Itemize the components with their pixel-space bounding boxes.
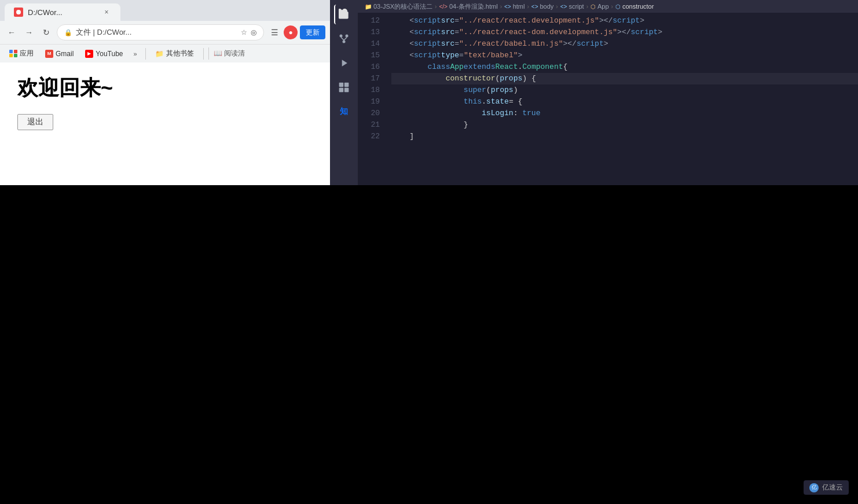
method-icon: ⬡ — [615, 3, 621, 10]
bookmark-gmail[interactable]: M Gmail — [41, 47, 78, 61]
bookmark-apps[interactable]: 应用 — [5, 47, 38, 61]
vscode-editor: 📁 03-JSX的核心语法二 › </> 04-条件渲染.html › <> h… — [358, 0, 858, 185]
youtube-favicon: ▶ — [85, 50, 93, 58]
activity-bar: 知 — [330, 0, 358, 185]
other-bookmarks-label: 其他书签 — [166, 49, 194, 58]
watermark: 亿 亿速云 — [804, 480, 849, 495]
breadcrumb-app: ⬡ App — [591, 3, 609, 10]
forward-button[interactable]: → — [22, 25, 36, 39]
svg-line-5 — [344, 38, 347, 41]
svg-point-2 — [346, 35, 349, 38]
more-bookmarks-btn[interactable]: » — [130, 49, 141, 58]
svg-point-0 — [16, 10, 21, 14]
lock-icon: 🔒 — [64, 29, 72, 36]
tab-bar: D:/CWor... × — [0, 0, 330, 21]
gmail-favicon: M — [45, 50, 53, 58]
breadcrumb-constructor: ⬡ constructor — [615, 3, 654, 10]
code-line-22: ] — [391, 131, 858, 142]
bookmarks-bar: 应用 M Gmail ▶ YouTube » 📁 其他书签 📖 阅读清 — [0, 44, 330, 62]
watermark-logo: 亿 — [809, 483, 819, 492]
gmail-label: Gmail — [56, 50, 74, 58]
bc-sep5: › — [586, 3, 588, 10]
address-bar: ← → ↻ 🔒 文件 | D:/CWor... ☆ ◎ ☰ ● 更新 — [0, 21, 330, 44]
watermark-logo-text: 亿 — [812, 484, 817, 491]
source-control-icon[interactable] — [334, 29, 354, 49]
code-line-20: isLogin: true — [391, 108, 858, 119]
breadcrumb-html: <> html — [504, 3, 525, 10]
code-line-21: } — [391, 119, 858, 131]
bc-sep4: › — [556, 3, 558, 10]
bc-sep6: › — [611, 3, 613, 10]
code-line-18: super(props) — [391, 84, 858, 96]
tab-close-btn[interactable]: × — [102, 8, 111, 17]
svg-rect-9 — [344, 88, 349, 93]
folder-icon: 📁 — [155, 50, 164, 58]
breadcrumb-body: <> body — [531, 3, 554, 10]
breadcrumb-script: <> script — [560, 3, 584, 10]
profile-avatar[interactable]: ● — [284, 25, 298, 39]
address-input[interactable]: 🔒 文件 | D:/CWor... ☆ ◎ — [57, 24, 264, 41]
breadcrumb-folder: 📁 03-JSX的核心语法二 — [365, 2, 432, 11]
bookmark-other[interactable]: 📁 其他书签 — [151, 47, 199, 61]
browser-chrome: D:/CWor... × ← → ↻ 🔒 文件 | D:/CWor... ☆ ◎… — [0, 0, 330, 63]
svg-line-4 — [341, 38, 344, 41]
code-lines: <script src="../react/react.development.… — [387, 13, 858, 185]
reading-label: 阅读清 — [224, 49, 245, 57]
apps-label: 应用 — [20, 49, 34, 58]
logout-button[interactable]: 退出 — [17, 114, 53, 130]
tag-icon1: <> — [504, 3, 511, 10]
reload-button[interactable]: ↻ — [39, 25, 53, 39]
browser-content: 欢迎回来~ 退出 — [0, 62, 330, 185]
bc-sep3: › — [527, 3, 529, 10]
youtube-label: YouTube — [96, 50, 123, 58]
svg-point-3 — [343, 41, 346, 43]
bottom-area — [0, 185, 858, 504]
zhihu-icon[interactable]: 知 — [334, 102, 354, 122]
watermark-text: 亿速云 — [822, 483, 843, 492]
code-line-16: class App extends React.Component { — [391, 61, 858, 73]
explorer-icon[interactable] — [334, 5, 354, 24]
reading-icon: 📖 — [214, 49, 222, 57]
welcome-heading: 欢迎回来~ — [17, 74, 313, 102]
tag-icon3: <> — [560, 3, 567, 10]
page-content-area: 欢迎回来~ 退出 — [0, 62, 330, 142]
tab-favicon — [14, 8, 23, 17]
tag-icon2: <> — [531, 3, 538, 10]
class-icon: ⬡ — [591, 3, 596, 10]
code-editor-area[interactable]: 12 13 14 15 16 17 18 19 20 21 22 <script… — [358, 13, 858, 185]
read-aloud-icon[interactable]: ◎ — [251, 28, 256, 36]
line-numbers: 12 13 14 15 16 17 18 19 20 21 22 — [358, 13, 387, 185]
code-line-17: constructor(props) { — [391, 73, 858, 84]
extensions-icon[interactable] — [334, 78, 354, 97]
address-text: 文件 | D:/CWor... — [76, 27, 237, 38]
svg-rect-8 — [339, 88, 344, 93]
breadcrumb-file: </> 04-条件渲染.html — [439, 2, 497, 11]
tab-title: D:/CWor... — [28, 8, 63, 17]
code-line-14: <script src="../react/babel.min.js"></sc… — [391, 38, 858, 50]
extensions-icon[interactable]: ☰ — [267, 25, 281, 39]
folder-icon-bc: 📁 — [365, 3, 372, 10]
active-tab[interactable]: D:/CWor... × — [5, 3, 120, 21]
divider2 — [203, 48, 204, 60]
bookmark-youtube[interactable]: ▶ YouTube — [80, 47, 127, 61]
toolbar-right: ☰ ● 更新 — [267, 25, 325, 39]
back-button[interactable]: ← — [5, 25, 19, 39]
bc-sep1: › — [435, 3, 437, 10]
reading-mode-btn[interactable]: 📖 阅读清 — [208, 47, 250, 60]
svg-rect-6 — [339, 83, 344, 87]
bc-sep2: › — [500, 3, 502, 10]
svg-point-1 — [340, 35, 343, 38]
html-file-icon: </> — [439, 3, 447, 10]
divider — [145, 48, 146, 60]
apps-favicon — [9, 50, 17, 58]
breadcrumb-bar: 📁 03-JSX的核心语法二 › </> 04-条件渲染.html › <> h… — [358, 0, 858, 13]
code-line-13: <script src="../react/react-dom.developm… — [391, 27, 858, 38]
bookmark-star-icon[interactable]: ☆ — [241, 28, 247, 36]
code-line-12: <script src="../react/react.development.… — [391, 15, 858, 27]
svg-rect-7 — [344, 83, 349, 87]
run-debug-icon[interactable] — [334, 53, 354, 73]
code-line-19: this.state = { — [391, 96, 858, 108]
update-button[interactable]: 更新 — [300, 25, 325, 39]
code-line-15: <script type="text/babel"> — [391, 50, 858, 61]
